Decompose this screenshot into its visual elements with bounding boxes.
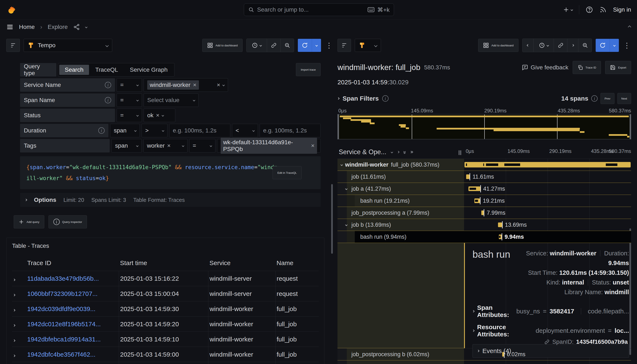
span-bar[interactable] [498,222,502,227]
trace-id-link[interactable]: 1942dc039dfdf9e0039... [27,305,96,312]
span-filters-label[interactable]: Span Filters [342,95,379,102]
datasource-picker[interactable] [355,39,381,52]
span-row-job-a[interactable]: job a (41.27ms) 41.27ms [338,183,631,195]
resource-attributes-row[interactable]: Resource Attributes: deployment.environm… [472,324,629,338]
duration-lt-operator[interactable]: < [232,124,258,137]
news-rss-icon[interactable] [600,6,607,13]
expand-all-icon[interactable] [410,151,413,153]
trace-id-link[interactable]: 1942dbfebca1d9914a31... [27,336,101,343]
give-feedback-button[interactable]: Give feedback [522,64,568,71]
duration-max-input[interactable]: e.g. 100ms, 1.2s [260,124,320,137]
time-forward-icon[interactable] [567,39,578,52]
table-row[interactable]: 1942dbf9d9fa6108d0d1... 2025-01-03 14:58… [12,362,319,364]
span-bar[interactable] [464,162,631,168]
table-row[interactable]: 1942dbfc4be3567f462... 2025-01-03 14:59:… [12,347,319,362]
trace-id-button[interactable]: Trace ID [573,61,601,74]
breadcrumb-chevron-down-icon[interactable] [85,26,87,28]
outline-toggle-button[interactable] [338,39,351,52]
column-name[interactable]: Name [275,256,319,271]
trace-id-link[interactable]: 1060bbf732309b12707... [27,290,98,297]
clear-icon[interactable]: × [167,143,171,149]
span-bar[interactable] [502,352,504,356]
options-row[interactable]: Options Limit: 20 Spans Limit: 3 Table F… [20,193,320,207]
tags-value[interactable]: wk-default-133114d6a91e-PSPQb× [217,139,320,152]
tab-search[interactable]: Search [59,65,89,75]
sign-in-link[interactable]: Sign in [613,6,631,13]
add-to-dashboard-button[interactable]: Add to dashboard [202,39,242,52]
span-bar[interactable] [481,210,484,215]
column-service[interactable]: Service [208,256,275,271]
duration-min-input[interactable]: e.g. 100ms, 1.2s [169,124,230,137]
span-row-job-postprocessing-a[interactable]: job_postprocessing a (7.99ms) 7.99ms [338,207,631,219]
span-row-bash-run-a[interactable]: bash run (19.21ms) 19.21ms [338,195,631,207]
add-query-button[interactable]: Add query [14,215,44,228]
next-span-button[interactable]: Next [618,93,631,104]
tab-traceql[interactable]: TraceQL [90,65,124,75]
link-icon[interactable] [554,39,567,52]
clear-icon[interactable]: × [156,112,160,118]
outline-toggle-button[interactable] [6,39,20,52]
span-row-bash-run-b-selected[interactable]: bash run (9.94ms) 9.94ms [338,231,631,243]
datasource-picker[interactable]: Tempo [24,39,112,52]
link-icon[interactable] [544,339,550,344]
remove-chip-icon[interactable]: × [311,143,314,149]
duration-scope[interactable]: span [110,124,140,137]
menu-icon[interactable] [6,24,14,30]
span-row-job[interactable]: job (11.61ms) 11.61ms [338,171,631,183]
trace-minimap[interactable] [338,114,631,140]
scrollbar[interactable] [331,184,333,254]
status-value[interactable]: ok× [144,108,175,122]
zoom-out-icon[interactable] [578,39,592,52]
run-query-button[interactable] [298,39,321,52]
clear-icon[interactable]: × [217,82,220,88]
span-row-job-postprocessing-b[interactable]: job_postprocessing b (6.02ms) 6.02ms [338,348,631,360]
zoom-out-icon[interactable] [280,39,294,52]
time-picker-button[interactable] [246,39,267,52]
table-row[interactable]: 1942dbfebca1d9914a31... 2025-01-03 14:59… [12,332,319,347]
span-name-value[interactable]: Select value [144,94,198,107]
span-row-job-c[interactable]: job c (286.87ms) 286.87ms [338,360,631,364]
span-attributes-row[interactable]: Span Attributes: busy_ns= 3582417 code.f… [472,304,629,318]
table-row[interactable]: 1942dc012e8f196b5174... 2025-01-03 14:59… [12,316,319,332]
column-resize-handle[interactable] [459,150,461,155]
add-to-dashboard-button[interactable]: Add to dashboard [478,39,518,52]
trace-id-link[interactable]: 1942dc012e8f196b5174... [27,320,101,328]
column-start-time[interactable]: Start time [119,256,208,271]
edit-in-traceql-button[interactable]: Edit in TraceQL [272,166,302,179]
add-new-button[interactable] [563,6,573,13]
span-row-full-job[interactable]: windmill-worker full_job (580.37ms) [338,159,631,171]
tags-scope[interactable]: span [111,139,142,152]
column-trace-id[interactable]: Trace ID [26,256,119,271]
status-operator[interactable]: = [117,108,142,122]
import-trace-button[interactable]: Import trace [296,63,320,76]
span-bar[interactable] [468,186,480,191]
panel-menu-icon[interactable]: ⋮ [325,41,333,50]
panel-menu-icon[interactable]: ⋮ [623,41,631,50]
collapse-all-icon[interactable] [404,150,406,154]
prev-span-button[interactable]: Prev [600,93,614,104]
trace-id-link[interactable]: 11dabada33e479db56b... [27,275,99,282]
table-row[interactable]: 1942dc039dfdf9e0039... 2025-01-03 14:59:… [12,301,319,316]
trace-id-link[interactable]: 1942dbfc4be3567f462... [27,351,96,358]
time-picker-button[interactable] [534,39,554,52]
service-name-value[interactable]: windmill-worker× × [144,78,228,92]
breadcrumb-explore[interactable]: Explore [48,24,68,30]
table-row[interactable]: 1060bbf732309b12707... 2025-01-03 15:00:… [12,286,319,301]
help-icon[interactable] [586,6,593,14]
span-bar[interactable] [466,174,470,179]
time-back-icon[interactable] [522,39,534,52]
span-filters-chevron-icon[interactable] [338,97,340,100]
breadcrumb-home[interactable]: Home [19,24,35,30]
duration-gt-operator[interactable]: > [142,124,168,137]
span-bar[interactable] [499,234,502,239]
service-name-operator[interactable]: = [117,78,142,92]
collapse-panel-icon[interactable] [628,26,631,28]
query-inspector-button[interactable]: i Query inspector [48,215,87,228]
share-icon[interactable] [73,24,80,30]
grafana-logo[interactable] [6,5,16,14]
tags-operator[interactable]: = [189,139,215,152]
span-row-job-b[interactable]: job b (13.69ms) 13.69ms [338,219,631,231]
service-operation-header[interactable]: Service & Ope... [338,148,464,156]
export-button[interactable]: Export [605,61,631,74]
search-input[interactable]: Search or jump to... ⌘+k [244,3,394,16]
